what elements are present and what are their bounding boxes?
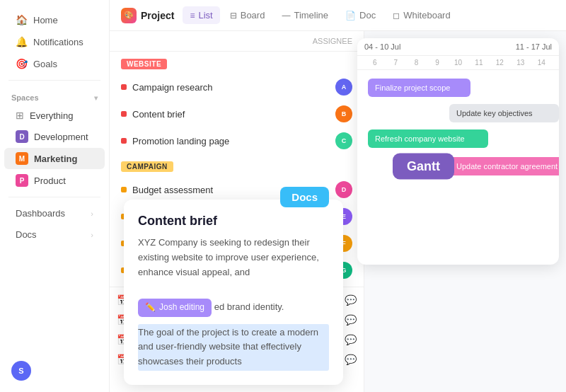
table-header: ASSIGNEE	[110, 31, 364, 52]
gantt-bar-gray: Update key objectives	[449, 104, 559, 122]
divider-2	[8, 197, 100, 197]
gantt-week1: 04 - 10 Jul	[364, 42, 400, 51]
docs-title-text: Content brief	[138, 214, 217, 228]
development-label: Development	[34, 132, 88, 142]
tab-timeline[interactable]: — Timeline	[275, 6, 335, 24]
docs-badge: Docs	[280, 187, 329, 207]
sidebar-home-label: Home	[33, 15, 58, 25]
sidebar-notifications-label: Notifications	[33, 37, 83, 47]
list-icon: ≡	[190, 11, 195, 21]
gantt-bar-label: Update key objectives	[456, 109, 533, 117]
chat-icon[interactable]: 💬	[345, 314, 357, 325]
content-area: ASSIGNEE WEBSITE Campaign research A Con…	[110, 31, 566, 392]
divider-1	[8, 80, 100, 81]
gantt-bar-label: Refresh company website	[375, 134, 465, 143]
editing-user-text: Josh editing	[159, 301, 204, 314]
chat-icon[interactable]: 💬	[345, 354, 357, 365]
project-icon: 🎨	[121, 8, 137, 23]
sidebar-item-dashboards[interactable]: Dashboards ›	[4, 203, 105, 224]
chat-icon[interactable]: 💬	[345, 334, 357, 345]
gantt-bar-row: Update key objectives	[364, 103, 552, 124]
tab-list[interactable]: ≡ List	[183, 6, 219, 24]
sidebar-item-notifications[interactable]: 🔔 Notifications	[4, 31, 105, 52]
project-label: Project	[141, 10, 174, 21]
tab-doc-label: Doc	[359, 10, 376, 21]
chevron-down-icon: ▾	[94, 94, 98, 102]
table-row[interactable]: Content brief B	[110, 100, 364, 127]
timeline-icon: —	[282, 11, 290, 21]
gantt-badge-label: Gantt	[407, 159, 440, 173]
task-name: Promotion landing page	[132, 136, 229, 146]
gantt-week2: 11 - 17 Jul	[516, 42, 552, 51]
dashboards-label: Dashboards	[16, 208, 65, 219]
target-icon: 🎯	[16, 58, 28, 69]
tab-list-label: List	[198, 10, 212, 21]
sidebar-item-home[interactable]: 🏠 Home	[4, 9, 105, 30]
task-name: Content brief	[132, 109, 185, 120]
section-website: WEBSITE	[121, 59, 167, 69]
task-name: Campaign research	[132, 82, 212, 93]
tab-timeline-label: Timeline	[294, 10, 328, 21]
task-dot	[121, 84, 127, 90]
avatar-initials: S	[18, 367, 23, 375]
development-space-icon: D	[16, 130, 28, 143]
assignee-cell: C	[335, 132, 352, 149]
gantt-bar-green: Refresh company website	[368, 129, 488, 148]
product-space-icon: P	[16, 174, 28, 187]
sidebar-item-development[interactable]: D Development	[4, 126, 105, 147]
chat-icon[interactable]: 💬	[345, 294, 357, 306]
sidebar-item-product[interactable]: P Product	[4, 170, 105, 191]
gantt-bar-label: Finalize project scope	[375, 83, 450, 92]
tab-doc[interactable]: 📄 Doc	[338, 6, 383, 24]
grid-icon: ⊞	[16, 110, 24, 121]
task-dot	[121, 187, 127, 192]
product-label: Product	[34, 175, 66, 186]
gantt-bar-row: Gantt Update contractor agreement	[364, 154, 552, 179]
tab-whiteboard[interactable]: ◻ Whiteboard	[386, 6, 457, 24]
docs-panel: Docs Content brief XYZ Company is seekin…	[124, 200, 343, 385]
table-row[interactable]: Promotion landing page C	[110, 127, 364, 154]
avatar: B	[335, 105, 352, 122]
sidebar-goals-label: Goals	[33, 59, 57, 69]
pencil-icon: ✏️	[145, 301, 156, 314]
tab-board[interactable]: ⊟ Board	[223, 6, 272, 24]
docs-label: Docs	[16, 229, 37, 240]
project-title: 🎨 Project	[121, 8, 174, 23]
docs-body: XYZ Company is seeking to redesign their…	[138, 236, 329, 371]
assignee-cell: D	[335, 181, 352, 198]
doc-icon: 📄	[345, 11, 356, 21]
docs-paragraph-2-text: ed brand identity.	[214, 301, 284, 312]
tab-whiteboard-label: Whiteboard	[403, 10, 450, 21]
whiteboard-icon: ◻	[393, 11, 400, 21]
docs-title: Content brief	[138, 214, 329, 229]
marketing-label: Marketing	[34, 154, 77, 164]
chevron-right-icon: ›	[91, 209, 93, 218]
docs-highlighted-text: The goal of the project is to create a m…	[138, 324, 329, 371]
topbar: 🎨 Project ≡ List ⊟ Board — Timeline 📄 Do…	[110, 0, 566, 31]
chevron-right-icon-2: ›	[91, 231, 93, 239]
board-icon: ⊟	[230, 11, 237, 21]
main-content: 🎨 Project ≡ List ⊟ Board — Timeline 📄 Do…	[110, 0, 566, 392]
docs-paragraph-2: ✏️ Josh editing ed brand identity.	[138, 294, 329, 321]
table-row[interactable]: Campaign research A	[110, 74, 364, 100]
gantt-badge: Gantt	[393, 154, 454, 180]
gantt-bars: Finalize project scope Update key object…	[357, 70, 559, 186]
sidebar-item-marketing[interactable]: M Marketing	[4, 148, 105, 169]
user-avatar[interactable]: S	[11, 361, 31, 381]
bell-icon: 🔔	[16, 36, 28, 47]
avatar: C	[335, 132, 352, 149]
sidebar-item-everything[interactable]: ⊞ Everything	[4, 105, 105, 125]
avatar: D	[335, 181, 352, 198]
task-name: Budget assessment	[132, 185, 213, 195]
gantt-header: 04 - 10 Jul 11 - 17 Jul	[357, 38, 559, 56]
task-dot	[121, 111, 127, 117]
marketing-space-icon: M	[16, 152, 28, 165]
sidebar-item-goals[interactable]: 🎯 Goals	[4, 53, 105, 74]
avatar: A	[335, 79, 352, 96]
section-campaign: CAMPAIGN	[121, 161, 173, 172]
everything-label: Everything	[30, 110, 73, 121]
sidebar-item-docs[interactable]: Docs ›	[4, 224, 105, 245]
gantt-bar-row: Refresh company website	[364, 128, 552, 149]
campaign-section-label: CAMPAIGN	[127, 163, 168, 171]
website-section-label: WEBSITE	[127, 60, 161, 68]
